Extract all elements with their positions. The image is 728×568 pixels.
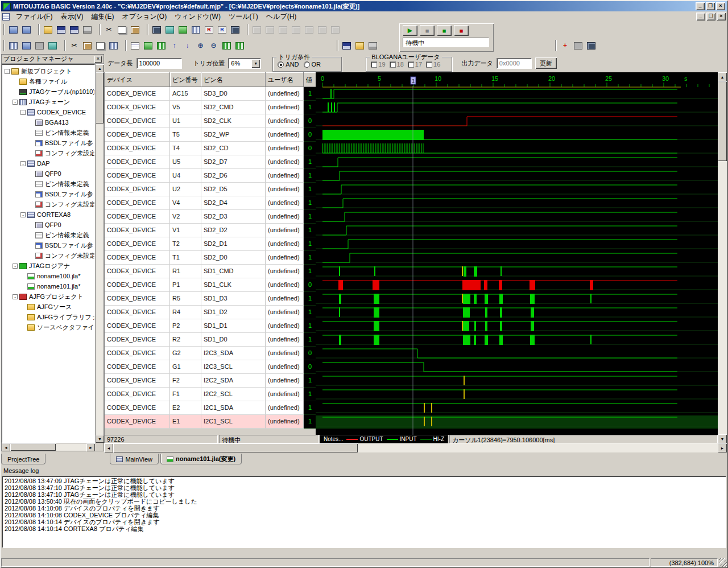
tree-item[interactable]: BGA413 <box>2 117 94 127</box>
signal-row[interactable]: CODEX_DEVICEV2SD2_D3(undefined)1 <box>105 210 316 224</box>
jtag-table-button[interactable] <box>189 23 202 36</box>
trigger-or-radio[interactable]: OR <box>304 61 321 68</box>
checkbox-icon[interactable] <box>408 61 414 68</box>
signal-row[interactable]: CODEX_DEVICEV5SD2_CMD(undefined)1 <box>105 101 316 114</box>
blogana-bit-17[interactable]: 17 <box>408 61 422 68</box>
signal-row[interactable]: CODEX_DEVICEE2I2C1_SDA(undefined)1 <box>105 401 316 415</box>
close-panel-button[interactable]: × <box>94 56 102 63</box>
output-data-input[interactable]: 0x0000 <box>497 58 532 69</box>
signal-row[interactable]: CODEX_DEVICER4SD1_D2(undefined)1 <box>105 306 316 319</box>
blogana-bit-16[interactable]: 16 <box>426 61 440 68</box>
wave-save-button[interactable] <box>340 39 353 52</box>
signal-row[interactable]: CODEX_DEVICEU4SD2_D6(undefined)1 <box>105 169 316 183</box>
signal-row[interactable]: CODEX_DEVICEU2SD2_D5(undefined)1 <box>105 183 316 196</box>
scroll-up-icon[interactable]: ▲ <box>718 72 727 81</box>
tree-item[interactable]: -新規プロジェクト <box>2 66 94 76</box>
child-close-button[interactable]: × <box>717 13 726 20</box>
run-button[interactable]: ▶ <box>403 25 417 36</box>
checkbox-icon[interactable] <box>371 61 377 68</box>
tree-item[interactable]: BSDLファイル参 <box>2 240 94 250</box>
minimize-button[interactable]: _ <box>696 2 705 10</box>
window-cascade-button[interactable] <box>20 23 33 36</box>
stop-button[interactable]: ■ <box>454 25 469 36</box>
tree-item[interactable]: -CODEX_DEVICE <box>2 107 94 117</box>
pause-button[interactable]: ■ <box>420 25 435 36</box>
logana-view-button[interactable] <box>142 39 155 52</box>
signal-row[interactable]: CODEX_DEVICEV1SD2_D2(undefined)1 <box>105 224 316 237</box>
jtag-schedule-button[interactable] <box>163 23 176 36</box>
tree-item[interactable]: コンフィグ未設定 <box>2 250 94 261</box>
column-header[interactable]: ピン名 <box>201 72 266 87</box>
scroll-right-icon[interactable]: ► <box>718 443 727 452</box>
expander-icon[interactable]: - <box>13 264 18 269</box>
expander-icon[interactable]: - <box>20 161 26 166</box>
menu-item-5[interactable]: ツール(T) <box>225 11 262 23</box>
system-reset-button[interactable]: R <box>216 23 229 36</box>
zoom-in-button[interactable]: ⊕ <box>194 39 207 52</box>
signal-row[interactable]: CODEX_DEVICER2SD1_D0(undefined)1 <box>105 333 316 347</box>
trigger-and-radio[interactable]: AND <box>278 61 299 68</box>
child-restore-button[interactable]: ❐ <box>706 13 715 20</box>
signal-row[interactable]: CODEX_DEVICEG2I2C3_SDA(undefined)0 <box>105 347 316 360</box>
move-up-button[interactable]: ↑ <box>168 39 181 52</box>
cut-button[interactable]: ✂ <box>102 23 115 36</box>
checkbox-icon[interactable] <box>390 61 396 68</box>
menu-item-1[interactable]: 表示(V) <box>56 11 87 23</box>
tree-item[interactable]: BSDLファイル参 <box>2 189 94 199</box>
menu-item-4[interactable]: ウィンドウ(W) <box>171 11 225 23</box>
expander-icon[interactable]: - <box>13 294 18 299</box>
scroll-left-icon[interactable]: ◄ <box>104 443 113 452</box>
signal-row[interactable]: CODEX_DEVICEU5SD2_D7(undefined)1 <box>105 155 316 169</box>
column-header[interactable]: 値 <box>304 72 316 87</box>
print-button[interactable] <box>81 23 94 36</box>
chip-view-button[interactable] <box>585 39 598 52</box>
signal-row[interactable]: CODEX_DEVICET4SD2_CD(undefined)0 <box>105 142 316 155</box>
save-all-button[interactable] <box>68 23 81 36</box>
view-tab-noname101-jla----[interactable]: noname101.jla(変更) <box>160 454 242 464</box>
tree-item[interactable]: noname100.jla* <box>2 271 94 281</box>
signal-row[interactable]: CODEX_DEVICER5SD1_D3(undefined)1 <box>105 292 316 306</box>
child-minimize-button[interactable]: _ <box>696 13 705 20</box>
new-wave-button[interactable] <box>129 39 142 52</box>
tree-item[interactable]: -AJFGプロジェクト <box>2 291 94 302</box>
sample-button[interactable]: ■ <box>437 25 452 36</box>
scrollbar-thumb[interactable] <box>10 443 56 451</box>
board-view-button[interactable] <box>46 39 59 52</box>
view-tab-mainview[interactable]: MainView <box>110 454 159 464</box>
scroll-down-icon[interactable]: ▼ <box>718 434 727 443</box>
jtag-view-button[interactable] <box>176 23 189 36</box>
tree-item[interactable]: ソースベクタファイル <box>2 322 94 332</box>
menu-item-3[interactable]: オプション(O) <box>118 11 171 23</box>
zoom-out-button[interactable]: ⊖ <box>207 39 220 52</box>
trigger-position-select[interactable]: 6% ▼ <box>228 58 261 69</box>
tree-item[interactable]: BSDLファイル参 <box>2 138 94 148</box>
column-header[interactable]: ピン番号 <box>170 72 201 87</box>
tree-item[interactable]: QFP0 <box>2 220 94 230</box>
tree-item[interactable]: -JTAGチェーン <box>2 97 94 107</box>
wave-copy-button[interactable] <box>94 39 107 52</box>
logana-grid-button[interactable] <box>155 39 168 52</box>
signal-row[interactable]: CODEX_DEVICEG1I2C3_SCL(undefined)0 <box>105 360 316 374</box>
signal-row[interactable]: CODEX_DEVICET5SD2_WP(undefined)0 <box>105 128 316 142</box>
tree-item[interactable]: コンフィグ未設定 <box>2 199 94 209</box>
save-project-button[interactable] <box>55 23 68 36</box>
blogana-bit-19[interactable]: 19 <box>371 61 385 68</box>
project-tree-tab[interactable]: ProjectTree <box>1 454 46 464</box>
resize-grip[interactable] <box>719 558 727 567</box>
menu-item-6[interactable]: ヘルプ(H) <box>262 11 301 23</box>
wave-import-button[interactable] <box>366 39 379 52</box>
sample-config-button[interactable] <box>229 23 242 36</box>
expander-icon[interactable]: - <box>13 100 18 105</box>
scroll-right-icon[interactable]: ► <box>86 443 95 451</box>
message-log[interactable]: 2012/08/08 13:47:09 JTAGチェーンは正常に機能しています2… <box>2 476 726 548</box>
column-header[interactable]: デバイス <box>105 72 170 87</box>
tree-item[interactable]: AJFGライブラリファイル <box>2 312 94 322</box>
waveform-canvas[interactable]: 051015202530s1 <box>316 72 718 435</box>
tree-item[interactable]: -CORTEXA8 <box>2 209 94 220</box>
scrollbar-thumb[interactable] <box>113 443 358 452</box>
scrollbar-thumb[interactable] <box>718 81 727 161</box>
menu-item-0[interactable]: ファイル(F) <box>12 11 56 23</box>
signal-row[interactable]: CODEX_DEVICET1SD2_D0(undefined)1 <box>105 251 316 265</box>
scroll-up-icon[interactable]: ▲ <box>96 64 104 72</box>
signal-row[interactable]: CODEX_DEVICEAC15SD3_D0(undefined)1 <box>105 87 316 101</box>
